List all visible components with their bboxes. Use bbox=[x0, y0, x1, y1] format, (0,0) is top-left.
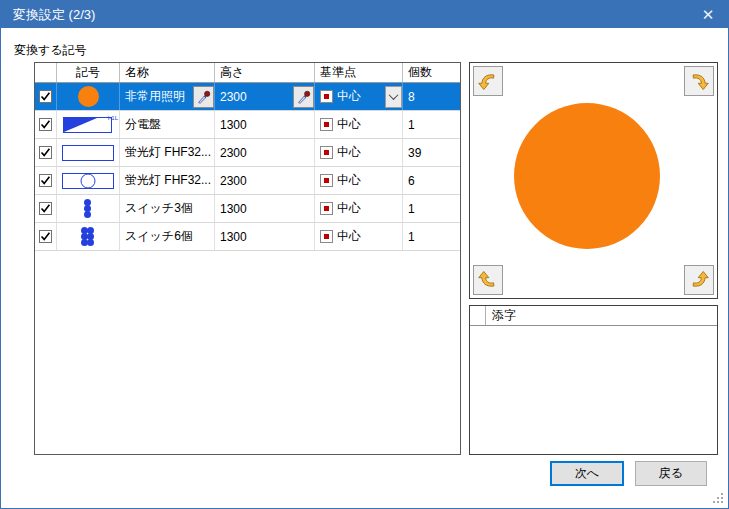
row-checkbox[interactable] bbox=[39, 146, 52, 159]
subscript-header: 添字 bbox=[470, 306, 717, 326]
eyedropper-button[interactable] bbox=[193, 86, 214, 108]
rotate-top-left-button[interactable] bbox=[473, 66, 503, 96]
header-count: 個数 bbox=[403, 63, 460, 82]
table-row[interactable]: スイッチ3個 1300 中心 1 bbox=[35, 195, 460, 223]
distribution-board-icon bbox=[63, 116, 113, 134]
row-height: 2300 bbox=[220, 174, 247, 188]
row-ref-point: 中心 bbox=[337, 228, 361, 245]
header-height: 高さ bbox=[215, 63, 315, 82]
header-symbol: 記号 bbox=[57, 63, 120, 82]
rotate-bottom-right-button[interactable] bbox=[684, 265, 714, 295]
row-height: 1300 bbox=[220, 118, 247, 132]
subscript-panel: 添字 bbox=[469, 305, 718, 455]
row-ref-point: 中心 bbox=[337, 172, 361, 189]
subscript-header-label: 添字 bbox=[486, 307, 516, 324]
ref-point-dropdown[interactable] bbox=[385, 86, 402, 108]
row-name: 蛍光灯 FHF32... bbox=[125, 144, 211, 161]
row-ref-point: 中心 bbox=[337, 88, 361, 105]
table-row[interactable]: 蛍光灯 FHF32... 2300 中心 6 bbox=[35, 167, 460, 195]
resize-grip[interactable] bbox=[711, 491, 723, 503]
rotate-arrow-icon bbox=[479, 271, 494, 286]
row-name: スイッチ3個 bbox=[125, 200, 193, 217]
table-row[interactable]: 蛍光灯 FHF32... 2300 中心 39 bbox=[35, 139, 460, 167]
rotate-arrow-icon bbox=[693, 75, 708, 90]
row-count: 39 bbox=[408, 146, 421, 160]
eyedropper-button[interactable] bbox=[293, 86, 314, 108]
subscript-header-divider bbox=[470, 306, 486, 325]
fluorescent-light-circle-icon bbox=[62, 173, 114, 189]
emergency-light-icon bbox=[78, 86, 99, 107]
row-checkbox[interactable] bbox=[39, 118, 52, 131]
row-name: スイッチ6個 bbox=[125, 228, 193, 245]
ref-point-icon bbox=[320, 202, 333, 215]
row-checkbox[interactable] bbox=[39, 174, 52, 187]
close-icon[interactable]: ✕ bbox=[688, 1, 728, 28]
row-ref-point: 中心 bbox=[337, 116, 361, 133]
header-name: 名称 bbox=[120, 63, 215, 82]
ref-point-icon bbox=[320, 230, 333, 243]
ref-point-icon bbox=[320, 174, 333, 187]
row-ref-point: 中心 bbox=[337, 200, 361, 217]
row-count: 1 bbox=[408, 202, 415, 216]
symbol-preview-pane bbox=[469, 62, 718, 299]
table-row[interactable]: スイッチ6個 1300 中心 1 bbox=[35, 223, 460, 251]
row-name: 分電盤 bbox=[125, 116, 161, 133]
symbol-table: 記号 名称 高さ 基準点 個数 非常用照明 2300 中心 8 I-1L 分電盤… bbox=[34, 62, 461, 455]
symbol-tag: I-1L bbox=[108, 115, 118, 121]
back-button[interactable]: 戻る bbox=[635, 461, 707, 486]
row-height: 1300 bbox=[220, 202, 247, 216]
row-count: 1 bbox=[408, 230, 415, 244]
table-header: 記号 名称 高さ 基準点 個数 bbox=[35, 63, 460, 83]
preview-symbol-circle bbox=[514, 103, 660, 249]
row-checkbox[interactable] bbox=[39, 202, 52, 215]
window-title: 変換設定 (2/3) bbox=[13, 6, 95, 24]
row-ref-point: 中心 bbox=[337, 144, 361, 161]
subscript-list[interactable] bbox=[470, 326, 717, 454]
row-height: 2300 bbox=[220, 90, 247, 104]
header-checkbox-col bbox=[35, 63, 57, 82]
fluorescent-light-icon bbox=[62, 145, 114, 161]
conversion-settings-dialog: 変換設定 (2/3) ✕ 変換する記号 記号 名称 高さ 基準点 個数 非常用照… bbox=[0, 0, 729, 509]
table-empty-area bbox=[35, 251, 460, 454]
ref-point-icon bbox=[320, 90, 333, 103]
ref-point-icon bbox=[320, 146, 333, 159]
table-row[interactable]: 非常用照明 2300 中心 8 bbox=[35, 83, 460, 111]
row-checkbox[interactable] bbox=[39, 90, 52, 103]
row-name: 非常用照明 bbox=[125, 88, 185, 105]
row-height: 2300 bbox=[220, 146, 247, 160]
row-count: 8 bbox=[408, 90, 415, 104]
row-checkbox[interactable] bbox=[39, 230, 52, 243]
next-button[interactable]: 次へ bbox=[550, 461, 624, 486]
switch-3-icon bbox=[85, 200, 91, 218]
switch-6-icon bbox=[82, 228, 94, 246]
row-name: 蛍光灯 FHF32... bbox=[125, 172, 211, 189]
table-row[interactable]: I-1L 分電盤 1300 中心 1 bbox=[35, 111, 460, 139]
row-count: 6 bbox=[408, 174, 415, 188]
row-count: 1 bbox=[408, 118, 415, 132]
rotate-arrow-icon bbox=[479, 75, 494, 90]
header-ref-point: 基準点 bbox=[315, 63, 403, 82]
chevron-down-icon bbox=[389, 90, 399, 100]
rotate-arrow-icon bbox=[693, 271, 708, 286]
titlebar[interactable]: 変換設定 (2/3) ✕ bbox=[1, 1, 728, 28]
ref-point-icon bbox=[320, 118, 333, 131]
row-height: 1300 bbox=[220, 230, 247, 244]
rotate-top-right-button[interactable] bbox=[684, 66, 714, 96]
section-label: 変換する記号 bbox=[14, 42, 87, 59]
rotate-bottom-left-button[interactable] bbox=[473, 265, 503, 295]
